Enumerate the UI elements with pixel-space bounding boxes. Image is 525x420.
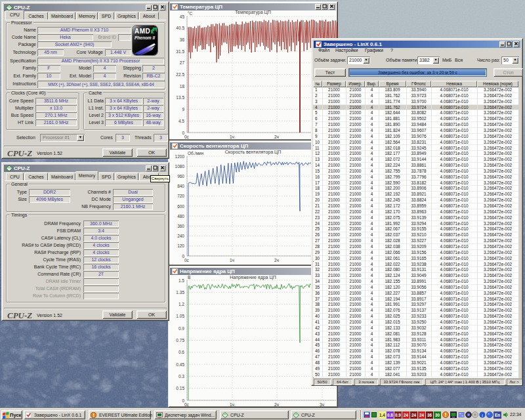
svg-text:i: i bbox=[482, 413, 483, 418]
